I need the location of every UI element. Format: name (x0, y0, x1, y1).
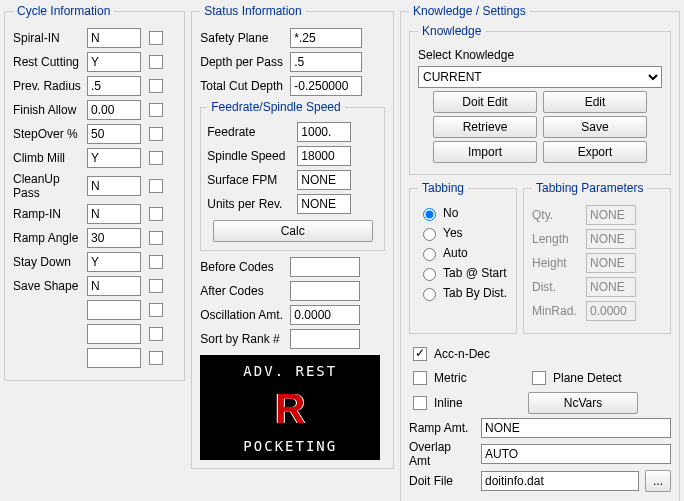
cycle-value-input[interactable] (87, 348, 141, 368)
before-codes-input[interactable] (290, 257, 360, 277)
tabbing-legend: Tabbing (418, 181, 468, 195)
plane-detect-checkbox[interactable] (532, 371, 546, 385)
knowledge-group: Knowledge Select Knowledge CURRENT Doit … (409, 24, 671, 175)
minrad-input (586, 301, 636, 321)
calc-button[interactable]: Calc (213, 220, 373, 242)
feedrate-label: Feedrate (207, 125, 293, 139)
ramp-amt-label: Ramp Amt. (409, 421, 475, 435)
select-knowledge-dropdown[interactable]: CURRENT (418, 66, 662, 88)
cycle-value-input[interactable] (87, 52, 141, 72)
retrieve-button[interactable]: Retrieve (433, 116, 537, 138)
tabbing-group: Tabbing No Yes Auto Tab @ Start Tab By D… (409, 181, 517, 334)
status-information-legend: Status Information (200, 4, 305, 18)
sort-by-rank-input[interactable] (290, 329, 360, 349)
feedrate-input[interactable] (297, 122, 351, 142)
cycle-value-input[interactable] (87, 324, 141, 344)
cycle-checkbox[interactable] (149, 207, 163, 221)
feedrate-spindle-legend: Feedrate/Spindle Speed (207, 100, 344, 114)
oscillation-amt-input[interactable] (290, 305, 360, 325)
cycle-checkbox[interactable] (149, 179, 163, 193)
cycle-checkbox[interactable] (149, 279, 163, 293)
inline-label: Inline (434, 396, 524, 410)
inline-checkbox[interactable] (413, 396, 427, 410)
cycle-checkbox[interactable] (149, 31, 163, 45)
edit-button[interactable]: Edit (543, 91, 647, 113)
ncvars-button[interactable]: NcVars (528, 392, 638, 414)
safety-plane-input[interactable] (290, 28, 362, 48)
acc-n-dec-checkbox[interactable] (413, 347, 427, 361)
cycle-label: Spiral-IN (13, 31, 83, 45)
cycle-value-input[interactable] (87, 28, 141, 48)
cycle-value-input[interactable] (87, 76, 141, 96)
tabbing-yes-label: Yes (443, 226, 463, 240)
cycle-value-input[interactable] (87, 300, 141, 320)
cycle-value-input[interactable] (87, 228, 141, 248)
depth-per-pass-input[interactable] (290, 52, 362, 72)
cycle-label: StepOver % (13, 127, 83, 141)
cycle-checkbox[interactable] (149, 127, 163, 141)
plane-detect-label: Plane Detect (553, 371, 622, 385)
cycle-value-input[interactable] (87, 124, 141, 144)
spindle-speed-label: Spindle Speed (207, 149, 293, 163)
cycle-value-input[interactable] (87, 148, 141, 168)
cycle-value-input[interactable] (87, 276, 141, 296)
tabbing-parameters-group: Tabbing Parameters Qty. Length Height Di… (523, 181, 671, 334)
total-cut-depth-input[interactable] (290, 76, 362, 96)
cycle-label: Prev. Radius (13, 79, 83, 93)
cycle-checkbox[interactable] (149, 327, 163, 341)
cycle-checkbox[interactable] (149, 79, 163, 93)
knowledge-settings-group: Knowledge / Settings Knowledge Select Kn… (400, 4, 680, 501)
cycle-value-input[interactable] (87, 204, 141, 224)
export-button[interactable]: Export (543, 141, 647, 163)
depth-per-pass-label: Depth per Pass (200, 55, 286, 69)
cycle-label: Save Shape (13, 279, 83, 293)
cycle-checkbox[interactable] (149, 55, 163, 69)
tabbing-no-radio[interactable] (423, 208, 436, 221)
after-codes-label: After Codes (200, 284, 286, 298)
safety-plane-label: Safety Plane (200, 31, 286, 45)
after-codes-input[interactable] (290, 281, 360, 301)
preview-r-glyph: R (275, 385, 305, 433)
doit-file-browse-button[interactable]: ... (645, 470, 671, 492)
doit-edit-button[interactable]: Doit Edit (433, 91, 537, 113)
spindle-speed-input[interactable] (297, 146, 351, 166)
before-codes-label: Before Codes (200, 260, 286, 274)
import-button[interactable]: Import (433, 141, 537, 163)
cycle-checkbox[interactable] (149, 255, 163, 269)
status-information-group: Status Information Safety Plane Depth pe… (191, 4, 394, 469)
dist-input (586, 277, 636, 297)
qty-label: Qty. (532, 208, 582, 222)
units-per-rev-input[interactable] (297, 194, 351, 214)
cycle-checkbox[interactable] (149, 303, 163, 317)
preview-text-line1: ADV. REST (200, 363, 380, 379)
cycle-label: Finish Allow (13, 103, 83, 117)
cycle-label: Stay Down (13, 255, 83, 269)
ramp-amt-input[interactable] (481, 418, 671, 438)
cycle-value-input[interactable] (87, 252, 141, 272)
cycle-label: Climb Mill (13, 151, 83, 165)
tabbing-tab-by-dist-label: Tab By Dist. (443, 286, 507, 300)
height-input (586, 253, 636, 273)
cycle-checkbox[interactable] (149, 351, 163, 365)
surface-fpm-label: Surface FPM (207, 173, 293, 187)
cycle-checkbox[interactable] (149, 231, 163, 245)
doit-file-label: Doit File (409, 474, 475, 488)
units-per-rev-label: Units per Rev. (207, 197, 293, 211)
tabbing-tab-at-start-radio[interactable] (423, 268, 436, 281)
cycle-value-input[interactable] (87, 176, 141, 196)
cycle-checkbox[interactable] (149, 103, 163, 117)
cycle-checkbox[interactable] (149, 151, 163, 165)
metric-checkbox[interactable] (413, 371, 427, 385)
tabbing-tab-by-dist-radio[interactable] (423, 288, 436, 301)
doit-file-input[interactable] (481, 471, 639, 491)
minrad-label: MinRad. (532, 304, 582, 318)
tabbing-yes-radio[interactable] (423, 228, 436, 241)
qty-input (586, 205, 636, 225)
overlap-amt-input[interactable] (481, 444, 671, 464)
tabbing-auto-radio[interactable] (423, 248, 436, 261)
length-label: Length (532, 232, 582, 246)
cycle-information-group: Cycle Information Spiral-INRest CuttingP… (4, 4, 185, 381)
cycle-value-input[interactable] (87, 100, 141, 120)
save-button[interactable]: Save (543, 116, 647, 138)
surface-fpm-input[interactable] (297, 170, 351, 190)
